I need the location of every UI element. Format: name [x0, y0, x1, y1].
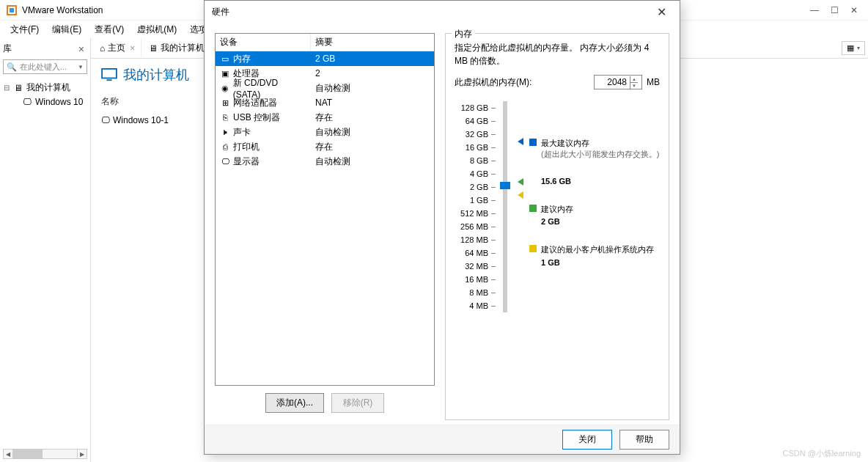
svg-rect-2	[102, 69, 117, 78]
device-row[interactable]: ⎙打印机存在	[216, 139, 434, 154]
tree-child[interactable]: 🖵 Windows 10	[3, 95, 87, 109]
tick	[491, 200, 496, 201]
memory-input[interactable]	[595, 77, 630, 87]
device-summary: NAT	[311, 96, 434, 109]
scroll-thumb[interactable]	[13, 450, 43, 458]
slider-thumb[interactable]	[500, 182, 510, 189]
summary-col-header: 摘要	[311, 34, 434, 51]
device-name: 内存	[233, 53, 251, 65]
scale-label: 2 GB	[455, 183, 488, 191]
device-row[interactable]: ◉新 CD/DVD (SATA)自动检测	[216, 81, 434, 95]
device-row[interactable]: ⊞网络适配器NAT	[216, 95, 434, 110]
svg-rect-3	[106, 79, 111, 81]
device-icon: ⎙	[220, 142, 230, 151]
device-name: USB 控制器	[233, 111, 280, 124]
scale-label: 64 GB	[455, 117, 488, 125]
close-icon[interactable]: ✕	[850, 5, 858, 15]
computer-large-icon	[101, 68, 117, 81]
scale-label: 32 GB	[455, 130, 488, 139]
library-title: 库	[3, 43, 12, 55]
minimize-icon[interactable]: —	[810, 5, 819, 15]
grid-icon: ▦	[847, 43, 854, 53]
spin-up-icon[interactable]: ▲	[630, 76, 638, 83]
scale-label: 512 MB	[455, 209, 488, 218]
app-icon	[6, 4, 18, 16]
legend-panel: 最大建议内存 (超出此大小可能发生内存交换。) 15.6 GB	[515, 101, 660, 312]
tab-home[interactable]: ⌂ 主页 ×	[94, 39, 141, 57]
search-icon: 🔍	[7, 62, 17, 72]
scale-label: 16 MB	[455, 275, 488, 284]
menu-view[interactable]: 查看(V)	[89, 22, 130, 37]
yellow-triangle-icon	[518, 191, 523, 199]
home-icon: ⌂	[100, 43, 105, 54]
library-close-icon[interactable]: ×	[76, 43, 87, 55]
scale-label: 16 GB	[455, 143, 488, 152]
memory-unit: MB	[647, 77, 660, 87]
dialog-title: 硬件	[212, 6, 651, 18]
legend-max-value: 15.6 GB	[541, 177, 571, 186]
tick	[491, 187, 496, 188]
device-icon: 🖵	[220, 157, 230, 166]
dialog-footer: 关闭 帮助	[205, 425, 680, 454]
search-input[interactable]: 🔍 在此处键入... ▼	[3, 59, 87, 74]
menu-file[interactable]: 文件(F)	[4, 22, 45, 37]
memory-slider[interactable]	[503, 101, 507, 312]
device-name: 声卡	[233, 126, 251, 139]
close-button[interactable]: 关闭	[562, 430, 612, 450]
tick	[491, 306, 496, 307]
device-icon: ◉	[220, 84, 230, 93]
tree-child-label: Windows 10	[35, 97, 83, 107]
device-list: 设备 摘要 ▭内存2 GB▣处理器2◉新 CD/DVD (SATA)自动检测⊞网…	[215, 33, 435, 386]
add-button[interactable]: 添加(A)...	[265, 393, 324, 413]
help-button[interactable]: 帮助	[619, 430, 669, 450]
device-row[interactable]: ⎘USB 控制器存在	[216, 110, 434, 125]
maximize-icon[interactable]: ☐	[831, 5, 839, 15]
legend-rec-value: 2 GB	[541, 217, 560, 226]
device-row[interactable]: 🖵显示器自动检测	[216, 154, 434, 169]
spin-down-icon[interactable]: ▼	[630, 83, 638, 89]
tick	[491, 108, 496, 109]
device-summary: 自动检测	[311, 125, 434, 140]
device-summary: 存在	[311, 110, 434, 125]
device-icon: ⎘	[220, 113, 230, 122]
tick	[491, 227, 496, 227]
menu-edit[interactable]: 编辑(E)	[46, 22, 87, 37]
tree-root[interactable]: ⊟ 🖥 我的计算机	[3, 80, 87, 95]
device-col-header: 设备	[216, 34, 311, 51]
tab-current[interactable]: 🖥 我的计算机	[143, 39, 211, 57]
collapse-icon[interactable]: ⊟	[3, 84, 10, 92]
device-row[interactable]: 🕨声卡自动检测	[216, 125, 434, 139]
device-summary: 自动检测	[311, 81, 434, 96]
device-icon: ⊞	[220, 98, 230, 108]
device-row[interactable]: ▭内存2 GB	[216, 51, 434, 66]
legend-min-value: 1 GB	[541, 258, 560, 267]
tree-root-label: 我的计算机	[26, 81, 70, 94]
tick	[491, 121, 496, 122]
device-name: 网络适配器	[233, 97, 277, 109]
scroll-track[interactable]	[13, 449, 77, 459]
memory-description: 指定分配给此虚拟机的内存量。 内存大小必须为 4 MB 的倍数。	[455, 41, 660, 67]
blue-triangle-icon	[518, 138, 523, 145]
memory-panel: 内存 指定分配给此虚拟机的内存量。 内存大小必须为 4 MB 的倍数。 此虚拟机…	[445, 33, 669, 420]
dialog-close-icon[interactable]: ✕	[651, 5, 672, 19]
computer-icon: 🖥	[149, 43, 158, 54]
remove-button[interactable]: 移除(R)	[331, 393, 384, 413]
device-name: 打印机	[233, 141, 260, 153]
memory-spinner[interactable]: ▲ ▼	[594, 75, 642, 89]
menu-vm[interactable]: 虚拟机(M)	[131, 22, 183, 37]
tick	[491, 134, 496, 135]
h-scrollbar[interactable]: ◀ ▶	[3, 449, 87, 459]
scroll-right-icon[interactable]: ▶	[77, 449, 87, 459]
svg-rect-1	[10, 8, 14, 12]
legend-min-label: 建议的最小客户机操作系统内存	[541, 244, 654, 255]
scale-label: 4 GB	[455, 169, 488, 178]
scale-label: 64 MB	[455, 249, 488, 257]
view-mode-button[interactable]: ▦ ▾	[842, 41, 865, 55]
chevron-down-icon[interactable]: ▼	[78, 64, 84, 70]
tick	[491, 240, 496, 241]
scroll-left-icon[interactable]: ◀	[3, 449, 13, 459]
blue-square-icon	[529, 139, 537, 146]
tab-close-icon[interactable]: ×	[130, 43, 135, 54]
tick	[491, 147, 496, 148]
tick	[491, 266, 496, 267]
